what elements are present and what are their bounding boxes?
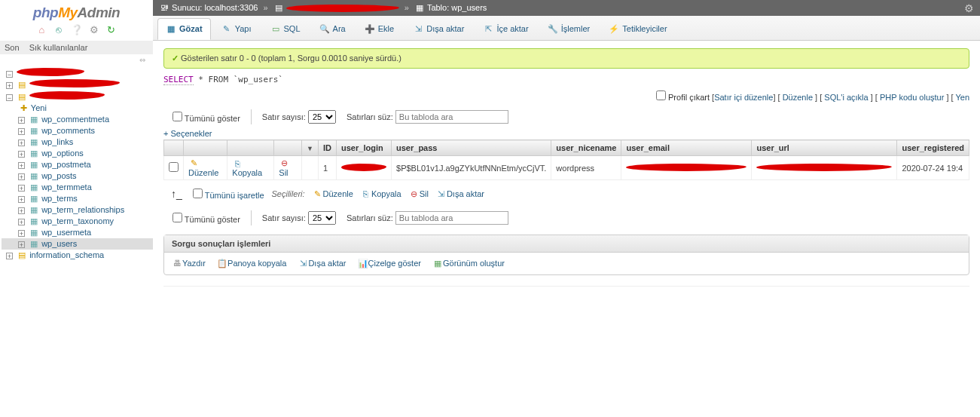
tab-triggers[interactable]: ⚡Tetikleyiciler [600,18,675,39]
tree-server[interactable]: − [2,67,153,78]
showall-checkbox[interactable] [172,112,182,121]
bulk-edit[interactable]: ✎Düzenle [313,189,353,199]
plus-icon[interactable]: + [6,82,13,89]
tab-operations[interactable]: 🔧İşlemler [539,18,599,39]
inline-edit-link[interactable]: Satır içi düzenle [714,93,773,102]
reload-icon[interactable]: ↻ [105,24,118,36]
col-user-url[interactable]: user_url [752,140,897,156]
rows-select[interactable]: 25 [308,211,336,225]
tab-browse[interactable]: ▦Gözat [157,18,211,40]
plus-icon[interactable]: + [18,207,25,214]
gear-icon[interactable]: ⚙ [964,2,974,14]
tab-structure[interactable]: ✎Yapı [213,18,260,39]
edit-link[interactable]: Düzenle [783,93,813,102]
tree-db-2[interactable]: − ▤ [2,90,153,103]
bulk-export[interactable]: ⇲Dışa aktar [436,189,484,199]
tab-export[interactable]: ⇲Dışa aktar [405,18,472,39]
settings-icon[interactable]: ⚙ [88,24,100,36]
docs-icon[interactable]: ❔ [71,24,83,36]
collapse-handle[interactable]: ⇔ [0,54,153,64]
tree-table[interactable]: + ▦ wp_usermeta [2,227,153,238]
tree-table[interactable]: + ▦ wp_postmeta [2,159,153,170]
cell-user-email[interactable] [621,156,752,180]
tree-table[interactable]: + ▦ wp_comments [2,125,153,136]
plus-icon[interactable]: + [18,117,25,124]
cell-user-pass[interactable]: $P$BL01v1J.a9gZYkUtfNNnEtm/ycCjVT. [392,156,551,180]
explain-link[interactable]: SQL'i açıkla [824,93,868,102]
plus-icon[interactable]: + [6,253,13,259]
rows-select[interactable]: 25 [308,110,336,124]
tree-table[interactable]: + ▦ wp_options [2,148,153,159]
checkall-checkbox[interactable] [193,189,203,198]
bulk-delete[interactable]: ⊖Sil [409,189,429,199]
checkall-label[interactable]: Tümünü işaretle [205,191,264,200]
tree-table-selected[interactable]: + ▦ wp_users [2,238,153,250]
logout-icon[interactable]: ⎋ [53,24,65,36]
cell-user-nicename[interactable]: wordpress [551,156,621,180]
plus-icon[interactable]: + [18,173,25,180]
tree-table[interactable]: + ▦ wp_posts [2,170,153,182]
tab-import[interactable]: ⇱İçe aktar [475,18,536,39]
plus-icon[interactable]: + [18,140,25,146]
tab-insert[interactable]: ➕Ekle [356,18,402,39]
chart-link[interactable]: 📊Çizelge göster [358,259,421,268]
bulk-copy[interactable]: ⎘Kopyala [361,189,401,198]
col-user-pass[interactable]: user_pass [392,140,551,156]
cell-user-url[interactable] [752,156,897,180]
row-delete[interactable]: ⊖Sil [279,158,289,177]
plus-icon[interactable]: + [18,241,25,248]
bc-server[interactable]: localhost:3306 [205,3,258,12]
table-label: wp_terms [41,194,78,203]
tree-table[interactable]: + ▦ wp_commentmeta [2,114,153,125]
plus-icon[interactable]: + [18,219,25,225]
tree-new[interactable]: ✚ Yeni [2,103,153,114]
tree-info-schema[interactable]: + ▤ information_schema [2,250,153,261]
plus-icon[interactable]: + [18,185,25,192]
table-icon: ▦ [29,115,39,124]
print-link[interactable]: 🖶Yazdır [172,259,206,268]
tree-table[interactable]: + ▦ wp_term_taxonomy [2,216,153,227]
cell-user-login[interactable] [337,156,392,180]
filter-input[interactable] [395,110,508,124]
php-link[interactable]: PHP kodu oluştur [880,93,944,102]
col-user-registered[interactable]: user_registered [897,140,969,156]
tree-table[interactable]: + ▦ wp_links [2,136,153,148]
plus-icon[interactable]: + [18,128,25,135]
minus-icon[interactable]: − [6,71,13,78]
minus-icon[interactable]: − [6,94,13,101]
tree-table[interactable]: + ▦ wp_term_relationships [2,204,153,216]
favorites-label[interactable]: Sık kullanılanlar [29,43,88,52]
sort-dropdown[interactable]: ▼ [302,140,319,156]
tree-table[interactable]: + ▦ wp_terms [2,193,153,204]
recent-label[interactable]: Son [5,43,20,52]
bc-table[interactable]: wp_users [451,3,487,12]
plus-icon[interactable]: + [18,230,25,237]
profile-checkbox[interactable] [656,90,666,100]
plus-icon[interactable]: + [18,162,25,169]
tab-search[interactable]: 🔍Ara [311,18,354,39]
cell-id[interactable]: 1 [319,156,337,180]
row-checkbox[interactable] [169,162,179,172]
showall-checkbox[interactable] [172,213,182,222]
ops-export-link[interactable]: ⇲Dışa aktar [298,259,346,268]
col-id[interactable]: ID [319,140,337,156]
table-label: wp_users [41,239,77,248]
options-toggle[interactable]: + Seçenekler [163,129,969,138]
row-edit[interactable]: ✎Düzenle [188,158,218,177]
view-link[interactable]: ▦Görünüm oluştur [432,259,505,268]
col-user-nicename[interactable]: user_nicename [551,140,621,156]
plus-icon[interactable]: + [18,196,25,203]
clipboard-link[interactable]: 📋Panoya kopyala [217,259,286,268]
tree-db-1[interactable]: + ▤ [2,78,153,90]
logo[interactable]: phpMyAdmin [0,0,153,23]
filter-input[interactable] [395,211,508,225]
col-user-login[interactable]: user_login [337,140,392,156]
col-user-email[interactable]: user_email [621,140,752,156]
plus-icon[interactable]: + [18,151,25,158]
row-copy[interactable]: ⎘Kopyala [232,159,262,177]
refresh-link[interactable]: Yen [955,93,969,102]
cell-user-registered[interactable]: 2020-07-24 19:4 [897,156,969,180]
home-icon[interactable]: ⌂ [35,24,47,36]
tree-table[interactable]: + ▦ wp_termmeta [2,182,153,193]
tab-sql[interactable]: ▭SQL [262,18,309,39]
